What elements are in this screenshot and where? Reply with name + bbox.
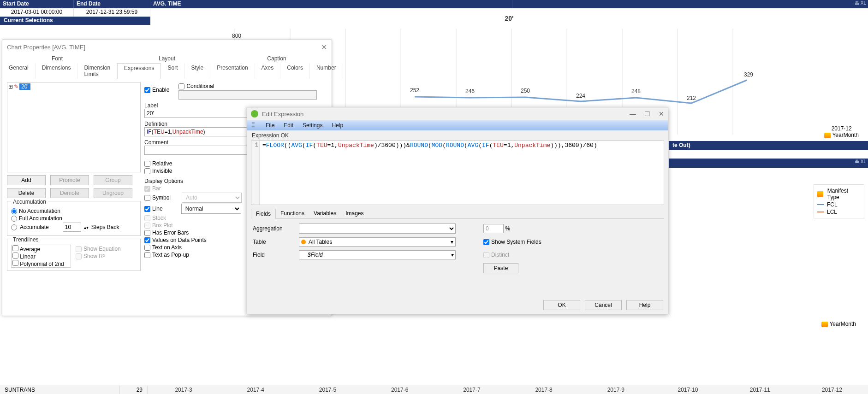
close-icon[interactable]: ✕: [321, 43, 327, 52]
show-equation-checkbox[interactable]: [76, 246, 82, 252]
conditional-checkbox[interactable]: [178, 83, 184, 89]
legend-title: Manifest Type: [827, 188, 861, 200]
tab-caption[interactable]: Caption: [222, 54, 332, 63]
expression-status: Expression OK: [247, 130, 668, 141]
start-date-value[interactable]: 2017-03-01 00:00:00: [0, 8, 74, 17]
menu-edit[interactable]: Edit: [284, 122, 293, 129]
trendlines-list[interactable]: Average Linear Polynomial of 2nd de: [11, 245, 71, 268]
tab-axes[interactable]: Axes: [255, 63, 281, 79]
dp-label: 250: [521, 88, 530, 94]
dialog-titlebar[interactable]: Chart Properties [AVG. TIME] ✕: [2, 40, 332, 54]
tab-sort[interactable]: Sort: [161, 63, 184, 79]
values-on-dp-checkbox[interactable]: [144, 237, 150, 243]
cycle-icon[interactable]: [821, 322, 828, 327]
helper-tabs: Fields Functions Variables Images: [251, 209, 664, 219]
trend-poly2-checkbox[interactable]: [12, 260, 18, 266]
paste-button[interactable]: Paste: [483, 263, 518, 273]
trendlines-group: Trendlines Average Linear Polynomial of …: [7, 239, 141, 271]
pct-input: [483, 224, 504, 233]
dialog2-titlebar[interactable]: Edit Expression — ☐ ✕: [247, 107, 668, 120]
expression-tree[interactable]: ⊞ ✎ 20': [7, 82, 141, 172]
text-on-axis-checkbox[interactable]: [144, 245, 150, 251]
chart-line-20: [415, 80, 747, 103]
tab-variables[interactable]: Variables: [309, 209, 341, 218]
legend-swatch-fcl: [817, 204, 824, 205]
export-xl-button[interactable]: 🖶 XL: [855, 0, 866, 6]
relative-checkbox[interactable]: [144, 161, 150, 167]
avg-time-header: AVG. TIME: [150, 0, 512, 8]
end-date-value[interactable]: 2017-12-31 23:59:59: [74, 8, 150, 17]
month-tick: 2017-4: [220, 387, 291, 393]
tab-functions[interactable]: Functions: [276, 209, 309, 218]
tab-dimension-limits[interactable]: Dimension Limits: [77, 63, 117, 79]
chart-title: 20': [150, 8, 868, 22]
invisible-checkbox[interactable]: [144, 168, 150, 174]
help-button[interactable]: Help: [626, 300, 663, 310]
tree-expand-icon[interactable]: ⊞: [8, 83, 13, 90]
y-tick-800: 800: [232, 33, 241, 39]
cycle-icon[interactable]: [817, 191, 823, 197]
cancel-button[interactable]: Cancel: [585, 300, 622, 310]
full-accumulation-radio[interactable]: [11, 216, 17, 222]
steps-back-input[interactable]: [63, 223, 81, 232]
tab-expressions[interactable]: Expressions: [117, 63, 161, 79]
field-select[interactable]: $Field ▾: [299, 250, 456, 259]
all-tables-icon: [301, 240, 306, 244]
export-xl-button-2[interactable]: 🖶 XL: [855, 159, 866, 164]
menu-file[interactable]: File: [266, 122, 274, 129]
add-button[interactable]: Add: [7, 175, 46, 185]
group-button[interactable]: Group: [94, 175, 132, 185]
ungroup-button[interactable]: Ungroup: [94, 188, 132, 198]
tab-presentation[interactable]: Presentation: [210, 63, 255, 79]
trend-average-checkbox[interactable]: [12, 245, 18, 251]
tab-number[interactable]: Number: [310, 63, 343, 79]
close-icon[interactable]: ✕: [659, 110, 664, 118]
line-checkbox[interactable]: [144, 206, 150, 212]
tab-general[interactable]: General: [2, 63, 36, 79]
menu-help[interactable]: Help: [332, 122, 343, 129]
no-accumulation-radio[interactable]: [11, 208, 17, 214]
tab-style[interactable]: Style: [185, 63, 211, 79]
tab-layout[interactable]: Layout: [112, 54, 222, 63]
aggregation-select[interactable]: [299, 223, 456, 234]
month-tick: 2017-12: [796, 387, 868, 393]
show-r2-checkbox[interactable]: [76, 253, 82, 259]
cycle-icon[interactable]: [824, 133, 831, 138]
maximize-icon[interactable]: ☐: [644, 110, 650, 118]
ok-button[interactable]: OK: [543, 300, 580, 310]
menu-settings[interactable]: Settings: [303, 122, 322, 129]
month-tick: 2017-10: [652, 387, 724, 393]
right-dark-bar-2: 🖶 XL: [669, 159, 868, 168]
tab-fields[interactable]: Fields: [251, 209, 276, 219]
text-as-popup-checkbox[interactable]: [144, 252, 150, 258]
trendlines-label: Trendlines: [11, 236, 41, 243]
trend-linear-checkbox[interactable]: [12, 253, 18, 259]
month-tick: 2017-5: [291, 387, 363, 393]
expression-editor[interactable]: 1 =FLOOR((AVG(IF(TEU=1,UnpackTime)/3600)…: [251, 141, 664, 205]
tab-dimensions[interactable]: Dimensions: [36, 63, 78, 79]
stock-checkbox: [144, 215, 150, 221]
enable-checkbox[interactable]: [144, 87, 150, 93]
dp-label: 329: [744, 71, 753, 78]
menu-grip-icon: [252, 122, 255, 129]
tree-item-20[interactable]: 20': [19, 83, 30, 90]
yearmonth-label-bottom: YearMonth: [821, 321, 856, 327]
status-suntrans: SUNTRANS: [0, 386, 120, 394]
promote-button[interactable]: Promote: [50, 175, 89, 185]
aggregation-label: Aggregation: [253, 225, 294, 232]
end-date-header: End Date: [74, 0, 150, 8]
tabs-row: General Dimensions Dimension Limits Expr…: [2, 63, 332, 79]
line-combo[interactable]: Normal: [181, 204, 241, 214]
accumulate-radio[interactable]: [11, 224, 17, 230]
table-select[interactable]: All Tables ▾: [299, 237, 456, 247]
symbol-checkbox[interactable]: [144, 195, 150, 201]
demote-button[interactable]: Demote: [50, 188, 89, 198]
tab-colors[interactable]: Colors: [280, 63, 310, 79]
show-system-fields-checkbox[interactable]: [483, 239, 489, 245]
has-error-bars-checkbox[interactable]: [144, 230, 150, 236]
tab-font[interactable]: Font: [2, 54, 112, 63]
minimize-icon[interactable]: —: [630, 110, 636, 118]
legend-item: LCL: [827, 209, 837, 215]
tab-images[interactable]: Images: [341, 209, 368, 218]
delete-button[interactable]: Delete: [7, 188, 46, 198]
